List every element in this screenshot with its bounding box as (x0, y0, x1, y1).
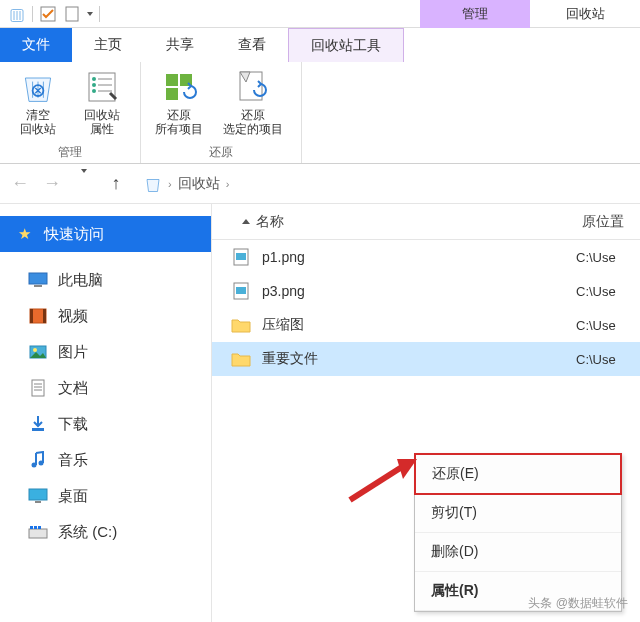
folder-icon (230, 314, 252, 336)
svg-rect-26 (32, 428, 44, 431)
image-file-icon (230, 246, 252, 268)
title-bar: 管理 回收站 (0, 0, 640, 28)
address-bar-row: ← → ↑ › 回收站 › (0, 164, 640, 204)
navpane-documents[interactable]: 文档 (0, 370, 211, 406)
svg-point-21 (33, 348, 37, 352)
svg-rect-31 (29, 529, 47, 538)
list-row[interactable]: 压缩图C:\Use (212, 308, 640, 342)
restore-selected-icon (234, 68, 272, 106)
ribbon-group-label: 还原 (209, 144, 233, 161)
nav-forward-button[interactable]: → (42, 173, 62, 194)
svg-point-9 (92, 89, 96, 93)
contextual-tab-manage: 管理 (420, 0, 530, 28)
ribbon-tab-row: 文件 主页 共享 查看 回收站工具 (0, 28, 640, 62)
svg-rect-18 (30, 309, 33, 323)
context-menu-item[interactable]: 删除(D) (415, 533, 621, 572)
nav-up-button[interactable]: ↑ (106, 173, 126, 194)
image-file-icon (230, 280, 252, 302)
tab-recycle-tools[interactable]: 回收站工具 (288, 28, 404, 62)
checkbox-qat-icon[interactable] (39, 5, 57, 23)
ribbon-group-manage: 清空回收站 回收站属性 管理 (0, 62, 141, 163)
svg-rect-13 (166, 88, 178, 100)
column-header-row: 名称 原位置 (212, 204, 640, 240)
original-location: C:\Use (576, 284, 640, 299)
navpane-desktop[interactable]: 桌面 (0, 478, 211, 514)
ribbon-body: 清空回收站 回收站属性 管理 还原所有项目 还原选定的 (0, 62, 640, 164)
svg-rect-19 (43, 309, 46, 323)
recycle-bin-properties-button[interactable]: 回收站属性 (72, 66, 132, 144)
qat-separator (99, 6, 100, 22)
download-icon (28, 414, 48, 434)
context-menu-item[interactable]: 还原(E) (414, 453, 622, 495)
svg-point-27 (32, 463, 37, 468)
svg-rect-16 (34, 285, 42, 287)
pc-icon (28, 270, 48, 290)
pictures-icon (28, 342, 48, 362)
tab-file[interactable]: 文件 (0, 28, 72, 62)
recycle-bin-breadcrumb-icon (144, 175, 162, 193)
navigation-pane: ★ 快速访问 此电脑 视频 图片 文档 下载 音乐 桌面 (0, 204, 212, 622)
ribbon-group-restore: 还原所有项目 还原选定的项目 还原 (141, 62, 302, 163)
svg-point-7 (92, 83, 96, 87)
restore-all-button[interactable]: 还原所有项目 (149, 66, 209, 144)
qat-dropdown-icon[interactable] (87, 12, 93, 16)
restore-all-icon (160, 68, 198, 106)
recycle-bin-icon (19, 68, 57, 106)
navpane-videos[interactable]: 视频 (0, 298, 211, 334)
navpane-music[interactable]: 音乐 (0, 442, 211, 478)
sort-ascending-icon (242, 219, 250, 224)
recycle-bin-qat-icon[interactable] (8, 5, 26, 23)
empty-recycle-bin-button[interactable]: 清空回收站 (8, 66, 68, 144)
svg-rect-22 (32, 380, 44, 396)
contextual-tab-group: 管理 回收站 (420, 0, 640, 28)
breadcrumb-location[interactable]: 回收站 (178, 175, 220, 193)
navpane-downloads[interactable]: 下载 (0, 406, 211, 442)
nav-recent-dropdown[interactable] (74, 173, 94, 194)
desktop-icon (28, 486, 48, 506)
navpane-quick-access[interactable]: ★ 快速访问 (0, 216, 211, 252)
column-header-original-location[interactable]: 原位置 (576, 213, 640, 231)
svg-rect-36 (236, 253, 246, 260)
svg-rect-30 (35, 501, 41, 503)
svg-rect-2 (66, 7, 78, 21)
svg-rect-29 (29, 489, 47, 500)
tab-home[interactable]: 主页 (72, 28, 144, 62)
star-icon: ★ (14, 224, 34, 244)
chevron-right-icon[interactable]: › (226, 178, 230, 190)
music-icon (28, 450, 48, 470)
document-icon (28, 378, 48, 398)
drive-icon (28, 522, 48, 542)
svg-rect-11 (166, 74, 178, 86)
svg-point-28 (39, 461, 44, 466)
file-name: 重要文件 (262, 350, 576, 368)
svg-rect-38 (236, 287, 246, 294)
video-icon (28, 306, 48, 326)
properties-icon (83, 68, 121, 106)
file-name: 压缩图 (262, 316, 576, 334)
breadcrumb[interactable]: › 回收站 › (138, 171, 630, 197)
original-location: C:\Use (576, 318, 640, 333)
tab-share[interactable]: 共享 (144, 28, 216, 62)
svg-rect-15 (29, 273, 47, 284)
window-title: 回收站 (530, 0, 640, 28)
folder-icon (230, 348, 252, 370)
svg-rect-33 (34, 526, 37, 529)
svg-rect-4 (89, 73, 115, 101)
navpane-system-drive[interactable]: 系统 (C:) (0, 514, 211, 550)
list-row[interactable]: p3.pngC:\Use (212, 274, 640, 308)
navpane-pictures[interactable]: 图片 (0, 334, 211, 370)
original-location: C:\Use (576, 250, 640, 265)
quick-access-toolbar (0, 5, 108, 23)
column-header-name[interactable]: 名称 (212, 213, 576, 231)
file-name: p3.png (262, 283, 576, 299)
nav-back-button[interactable]: ← (10, 173, 30, 194)
list-row[interactable]: 重要文件C:\Use (212, 342, 640, 376)
document-qat-icon[interactable] (63, 5, 81, 23)
restore-selected-button[interactable]: 还原选定的项目 (213, 66, 293, 144)
original-location: C:\Use (576, 352, 640, 367)
context-menu-item[interactable]: 剪切(T) (415, 494, 621, 533)
navpane-this-pc[interactable]: 此电脑 (0, 262, 211, 298)
list-row[interactable]: p1.pngC:\Use (212, 240, 640, 274)
tab-view[interactable]: 查看 (216, 28, 288, 62)
chevron-right-icon[interactable]: › (168, 178, 172, 190)
